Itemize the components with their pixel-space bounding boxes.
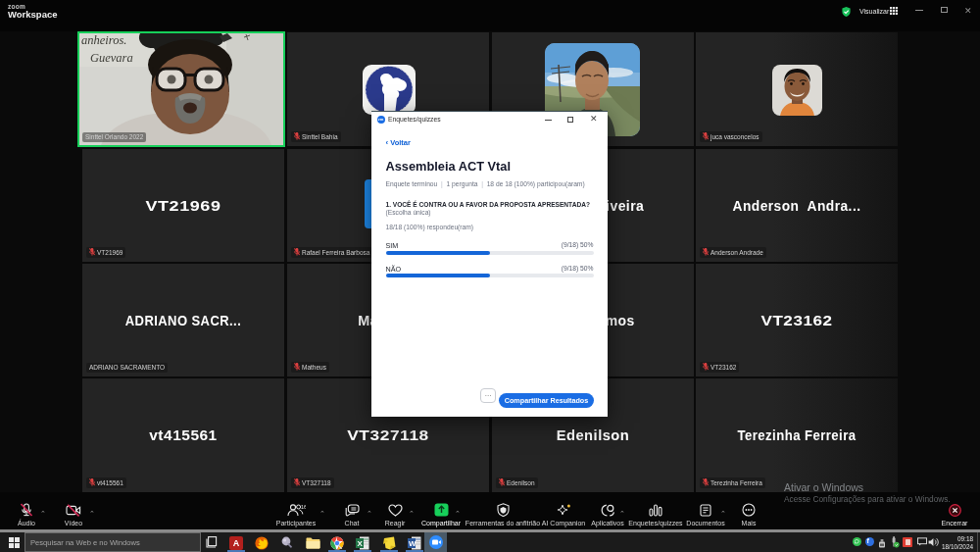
svg-text:Guevara: Guevara [90, 51, 133, 65]
svg-text:anheiros.: anheiros. [81, 33, 126, 47]
svg-text:X: X [358, 539, 364, 548]
svg-text:16: 16 [301, 504, 306, 510]
svg-text:W: W [409, 539, 416, 548]
